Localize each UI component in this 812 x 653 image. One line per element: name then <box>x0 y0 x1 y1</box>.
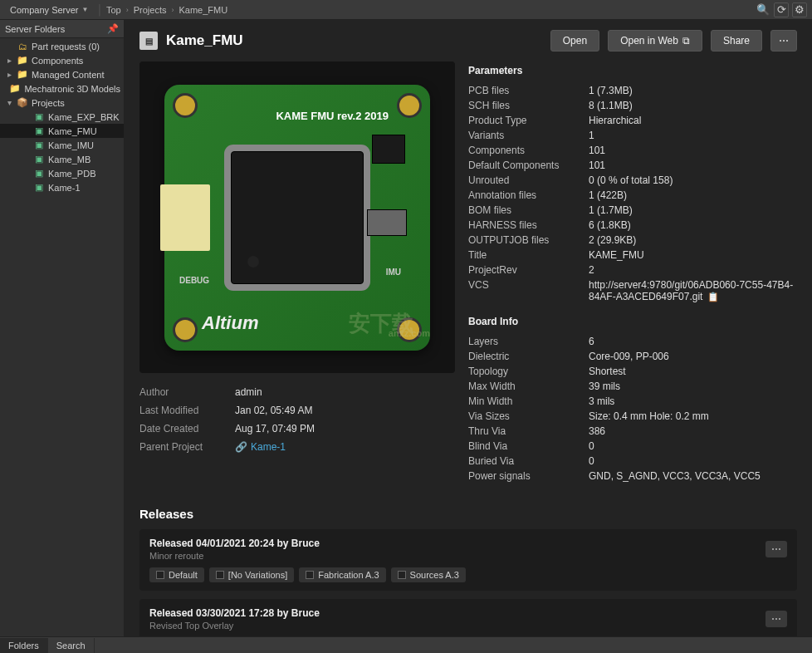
expand-icon: ▸ <box>5 70 13 79</box>
share-button[interactable]: Share <box>711 30 762 52</box>
chevron-down-icon: ▼ <box>82 6 89 13</box>
tree-item-project[interactable]: ▣Kame_IMU <box>0 138 124 152</box>
tree-item[interactable]: ▸📁Managed Content <box>0 67 124 81</box>
param-row: Default Components101 <box>468 158 797 173</box>
tree-item[interactable]: 📁Mechatronic 3D Models <box>0 81 124 96</box>
release-tag[interactable]: [No Variations] <box>209 567 294 582</box>
param-label: Variants <box>468 130 589 141</box>
release-tag[interactable]: Default <box>149 567 204 582</box>
project-file-icon: ▣ <box>33 182 45 193</box>
board-value: 0 <box>589 440 797 452</box>
param-row: SCH files8 (1.1MB) <box>468 98 797 113</box>
tree-item[interactable]: ▸📁Components <box>0 53 124 67</box>
tree-item[interactable]: 🗂Part requests (0) <box>0 40 124 53</box>
board-info-list: Layers6DielectricCore-009, PP-006Topolog… <box>468 334 797 484</box>
meta-value[interactable]: 🔗Kame-1 <box>235 441 286 453</box>
chevron-right-icon: › <box>171 6 174 14</box>
tree-label: Kame_MB <box>48 155 90 164</box>
breadcrumb: Top › Projects › Kame_FMU <box>106 5 227 15</box>
param-value: http://server4:9780/git/06ADB060-7C55-47… <box>589 279 797 302</box>
param-value: KAME_FMU <box>589 249 797 261</box>
project-file-icon: ▣ <box>33 154 45 164</box>
param-label: Annotation files <box>468 189 589 201</box>
meta-label: Last Modified <box>139 405 235 416</box>
param-value: 1 (7.3MB) <box>589 85 797 96</box>
board-row: Thru Via386 <box>468 424 797 439</box>
checkbox-icon <box>306 571 314 579</box>
tree-item-project[interactable]: ▣Kame_FMU <box>0 124 124 138</box>
folder-icon: 📦 <box>17 97 28 108</box>
board-label: Power signals <box>468 470 589 482</box>
param-row: Unrouted0 (0 % of total 158) <box>468 173 797 188</box>
tree-item-project[interactable]: ▣Kame_MB <box>0 152 124 166</box>
tree-item-project[interactable]: ▣Kame_EXP_BRK <box>0 110 124 124</box>
refresh-icon[interactable]: ⟳ <box>774 2 789 17</box>
release-title: Released 03/30/2021 17:28 by Bruce <box>149 607 320 619</box>
tree-item-project[interactable]: ▣Kame_PDB <box>0 166 124 180</box>
link-icon: 🔗 <box>235 441 247 453</box>
tree-label: Kame-1 <box>48 183 81 193</box>
more-button[interactable]: ⋯ <box>770 30 797 52</box>
param-value: 1 (1.7MB) <box>589 204 797 216</box>
bottombar: Folders Search <box>0 636 812 653</box>
search-icon[interactable]: 🔍 <box>756 2 770 17</box>
server-label: Company Server <box>10 5 79 15</box>
tree-label: Kame_PDB <box>48 169 95 179</box>
meta-list: AuthoradminLast ModifiedJan 02, 05:49 AM… <box>139 383 455 456</box>
param-row: Components101 <box>468 143 797 158</box>
param-row: PCB files1 (7.3MB) <box>468 83 797 98</box>
pin-icon[interactable]: 📌 <box>107 23 119 34</box>
tree-label: Projects <box>32 98 65 108</box>
release-card: Released 03/30/2021 17:28 by BruceRevise… <box>139 599 797 636</box>
param-row: HARNESS files6 (1.8KB) <box>468 218 797 233</box>
crumb[interactable]: Projects <box>134 5 167 15</box>
folder-icon: 🗂 <box>17 42 28 52</box>
release-more-button[interactable]: ⋯ <box>766 541 787 557</box>
release-tag[interactable]: Fabrication A.3 <box>299 567 385 582</box>
pcb-imu-label: IMU <box>386 268 401 277</box>
board-label: Blind Via <box>468 440 589 452</box>
board-label: Layers <box>468 336 589 347</box>
tree-item-project[interactable]: ▣Kame-1 <box>0 180 124 194</box>
sidebar: Server Folders 📌 🗂Part requests (0)▸📁Com… <box>0 20 125 636</box>
param-value: 8 (1.1MB) <box>589 100 797 111</box>
checkbox-icon <box>156 571 164 579</box>
server-dropdown[interactable]: Company Server ▼ <box>5 3 93 17</box>
meta-value: Jan 02, 05:49 AM <box>235 405 312 416</box>
open-button[interactable]: Open <box>550 30 599 52</box>
board-value: 0 <box>589 455 797 467</box>
meta-row: Date CreatedAug 17, 07:49 PM <box>139 420 455 438</box>
tree-label: Kame_IMU <box>48 140 94 150</box>
copy-icon[interactable]: 📋 <box>707 292 719 302</box>
tab-search[interactable]: Search <box>48 638 95 653</box>
board-label: Topology <box>468 366 589 377</box>
gear-icon[interactable]: ⚙ <box>792 2 807 17</box>
crumb[interactable]: Kame_FMU <box>179 5 227 15</box>
param-value: 1 (422B) <box>589 189 797 201</box>
board-row: DielectricCore-009, PP-006 <box>468 349 797 364</box>
board-value: GND, S_AGND, VCC3, VCC3A, VCC5 <box>589 470 797 482</box>
param-row: Annotation files1 (422B) <box>468 188 797 203</box>
param-label: Title <box>468 249 589 261</box>
crumb[interactable]: Top <box>106 5 121 15</box>
board-value: 386 <box>589 425 797 437</box>
expand-icon: ▸ <box>5 56 13 65</box>
release-more-button[interactable]: ⋯ <box>766 611 787 627</box>
tree-item[interactable]: ▾📦Projects <box>0 96 124 110</box>
topbar-left: Company Server ▼ │ Top › Projects › Kame… <box>5 3 749 17</box>
parameters-title: Parameters <box>468 65 797 76</box>
open-in-web-button[interactable]: Open in Web⧉ <box>608 30 702 52</box>
meta-value: admin <box>235 386 262 398</box>
board-info-title: Board Info <box>468 316 797 327</box>
release-tag[interactable]: Sources A.3 <box>391 567 466 582</box>
pcb-debug-label: DEBUG <box>179 276 209 285</box>
board-value: Shortest <box>589 366 797 377</box>
param-label: Product Type <box>468 115 589 126</box>
tab-folders[interactable]: Folders <box>0 638 48 653</box>
param-row: BOM files1 (1.7MB) <box>468 203 797 218</box>
param-row: VCShttp://server4:9780/git/06ADB060-7C55… <box>468 277 797 304</box>
checkbox-icon <box>398 571 406 579</box>
board-label: Via Sizes <box>468 410 589 422</box>
param-row: Variants1 <box>468 128 797 143</box>
param-label: OUTPUTJOB files <box>468 234 589 246</box>
